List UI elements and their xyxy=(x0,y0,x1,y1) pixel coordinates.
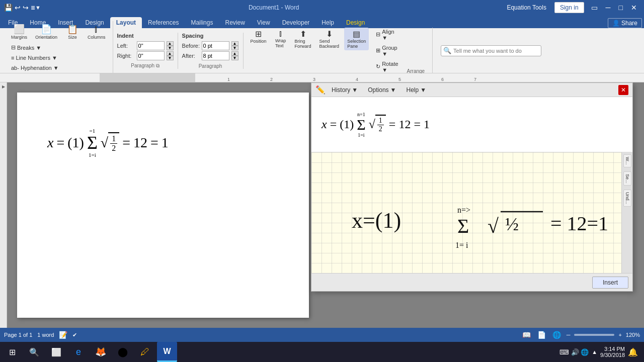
spacing-before-spinner[interactable]: ▲ ▼ xyxy=(231,41,238,50)
side-und-button[interactable]: Und... xyxy=(623,190,631,207)
ribbon-group-indent: Indent Left: ▲ ▼ Right: ▲ ▼ Paragraph ⧉ xyxy=(113,33,178,69)
group-button[interactable]: ⊞ Group ▼ xyxy=(373,44,401,58)
hw-n-eq-arrow: n=> xyxy=(457,206,470,214)
indent-left-input[interactable] xyxy=(137,41,165,50)
notification-icon[interactable]: 🔔 xyxy=(628,347,638,357)
ink-panel-close-button[interactable]: ✕ xyxy=(618,85,628,95)
spacing-after-spinner[interactable]: ▲ ▼ xyxy=(231,51,238,60)
indent-right-input[interactable] xyxy=(137,51,165,60)
orientation-button[interactable]: 📄 Orientation xyxy=(32,22,60,41)
eq-sqrt-sym: √ xyxy=(101,135,108,151)
spacing-after-input[interactable] xyxy=(202,51,229,60)
taskbar-expand-icon[interactable]: ▲ xyxy=(592,349,597,355)
align-button[interactable]: ⊟ Align ▼ xyxy=(373,28,401,42)
tab-view[interactable]: View xyxy=(251,17,276,28)
tab-help[interactable]: Help xyxy=(315,17,340,28)
zoom-minus-icon[interactable]: ─ xyxy=(567,332,571,338)
prev-12: 12 xyxy=(398,118,411,131)
redo-icon[interactable]: ↪ xyxy=(23,4,29,12)
side-w-button[interactable]: W... xyxy=(623,154,631,167)
spacing-before-input[interactable] xyxy=(202,41,229,50)
indent-left-up[interactable]: ▲ xyxy=(167,41,174,46)
spacing-after-down[interactable]: ▼ xyxy=(231,56,238,60)
columns-button[interactable]: ⫿ Columns xyxy=(85,23,109,41)
side-se-button[interactable]: Se... xyxy=(623,171,631,186)
task-view-button[interactable]: ⬜ xyxy=(46,342,66,362)
spacing-before-up[interactable]: ▲ xyxy=(231,41,238,46)
spacing-before-label: Before: xyxy=(182,43,200,49)
minimize-button[interactable]: ─ xyxy=(603,4,614,12)
line-numbers-button[interactable]: ≡ Line Numbers ▼ xyxy=(8,54,60,62)
title-bar-right: Equation Tools Sign in ▭ ─ □ ✕ xyxy=(507,2,640,13)
ink-panel-input-area[interactable]: x=(1) n=> Σ 1= i √ ½ = 12=1 xyxy=(311,152,621,273)
print-layout-button[interactable]: 📄 xyxy=(536,329,547,340)
search-input[interactable] xyxy=(451,48,539,54)
position-button[interactable]: ⊞ Position xyxy=(248,28,270,45)
search-taskbar-button[interactable]: 🔍 xyxy=(24,342,44,362)
margins-button[interactable]: ⬜ Margins xyxy=(8,22,30,41)
tab-eq-design[interactable]: Design xyxy=(340,17,371,28)
indent-left-group: Left: ▲ ▼ xyxy=(117,41,174,50)
page-setup-row2: ⊟ Breaks ▼ xyxy=(8,43,44,52)
zoom-slider[interactable] xyxy=(574,334,614,336)
tab-review[interactable]: Review xyxy=(219,17,251,28)
wrap-text-button[interactable]: ⫿ WrapText xyxy=(272,28,290,50)
paragraph-expand-icon[interactable]: ⧉ xyxy=(156,63,159,68)
spacing-before-group: Before: ▲ ▼ xyxy=(182,41,238,50)
read-mode-button[interactable]: 📖 xyxy=(521,329,532,340)
indent-right-down[interactable]: ▼ xyxy=(167,56,174,60)
rotate-button[interactable]: ↻ Rotate ▼ xyxy=(373,60,401,74)
zoom-plus-icon[interactable]: + xyxy=(618,332,621,338)
close-button[interactable]: ✕ xyxy=(628,4,640,12)
orientation-icon: 📄 xyxy=(41,24,52,35)
signin-button[interactable]: Sign in xyxy=(554,2,584,13)
indent-right-label: Right: xyxy=(117,53,135,59)
indent-right-spinner[interactable]: ▲ ▼ xyxy=(167,51,174,60)
web-layout-button[interactable]: 🌐 xyxy=(551,329,562,340)
edge-button[interactable]: e xyxy=(68,342,89,362)
history-menu-item[interactable]: History ▼ xyxy=(328,84,362,96)
taskbar: ⊞ 🔍 ⬜ e 🦊 ⬤ 🖊 W ⌨ 🔊 🌐 ▲ 3:14 PM 9/30/201… xyxy=(0,342,644,362)
help-menu-item[interactable]: Help ▼ xyxy=(402,84,430,96)
insert-button[interactable]: Insert xyxy=(592,277,628,289)
customize-icon[interactable]: ≣▼ xyxy=(31,5,41,11)
indent-left-down[interactable]: ▼ xyxy=(167,46,174,50)
chrome-button[interactable]: ⬤ xyxy=(113,342,133,362)
eq-12: 12 xyxy=(133,135,147,151)
tab-developer[interactable]: Developer xyxy=(276,17,316,28)
undo-icon[interactable]: ↩ xyxy=(15,4,21,12)
save-icon[interactable]: 💾 xyxy=(4,4,13,12)
ink-panel-preview: x = (1) n=1 Σ 1=i √ 1 2 xyxy=(311,97,632,152)
firefox-button[interactable]: 🦊 xyxy=(91,342,111,362)
send-backward-button[interactable]: ⬇ SendBackward xyxy=(316,28,343,50)
spacing-before-down[interactable]: ▼ xyxy=(231,46,238,50)
options-label: Options xyxy=(368,86,388,94)
prev-frac: 1 2 xyxy=(375,115,386,134)
share-button[interactable]: 👤 Share xyxy=(608,18,642,28)
ribbon-search[interactable]: 🔍 xyxy=(441,45,541,56)
paint-button[interactable]: 🖊 xyxy=(135,342,155,362)
tab-layout[interactable]: Layout xyxy=(110,17,142,28)
maximize-button[interactable]: □ xyxy=(616,4,626,12)
indent-left-spinner[interactable]: ▲ ▼ xyxy=(167,41,174,50)
prev-eq1: = xyxy=(330,118,337,131)
tab-references[interactable]: References xyxy=(142,17,185,28)
size-button[interactable]: 📋 Size xyxy=(62,22,83,41)
status-bar: Page 1 of 1 1 word 📝 ✔ 📖 📄 🌐 ─ + 120% xyxy=(0,328,644,342)
history-arrow-icon: ▼ xyxy=(352,86,358,94)
bring-forward-button[interactable]: ⬆ BringForward xyxy=(292,28,314,50)
proofing-icon[interactable]: 📝 xyxy=(59,331,67,339)
breaks-button[interactable]: ⊟ Breaks ▼ xyxy=(8,43,44,52)
tab-mailings[interactable]: Mailings xyxy=(185,17,219,28)
selection-pane-icon: ▤ xyxy=(353,29,360,39)
spacing-after-up[interactable]: ▲ xyxy=(231,51,238,56)
options-menu-item[interactable]: Options ▼ xyxy=(364,84,400,96)
position-icon: ⊞ xyxy=(255,29,262,39)
hyphenation-button[interactable]: ab- Hyphenation ▼ xyxy=(8,64,62,72)
bring-forward-icon: ⬆ xyxy=(300,29,306,39)
word-taskbar-button[interactable]: W xyxy=(157,342,177,362)
selection-pane-button[interactable]: ▤ SelectionPane xyxy=(344,28,369,50)
start-button[interactable]: ⊞ xyxy=(2,342,22,362)
indent-right-up[interactable]: ▲ xyxy=(167,51,174,56)
ribbon-display-icon[interactable]: ▭ xyxy=(588,4,601,12)
